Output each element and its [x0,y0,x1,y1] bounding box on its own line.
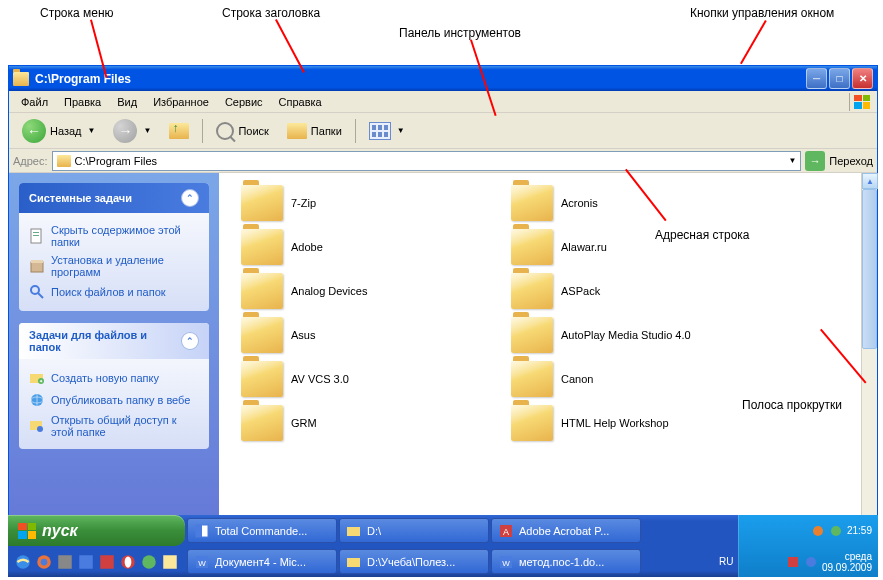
tray-icon[interactable] [811,524,825,538]
back-icon: ← [22,119,46,143]
folder-item[interactable]: 7-Zip [239,183,489,223]
folder-name: Acronis [561,197,598,209]
task-new-folder[interactable]: ✦ Создать новую папку [29,367,199,389]
up-button[interactable] [162,119,196,143]
folders-label: Папки [311,125,342,137]
start-button[interactable]: пуск [8,515,185,546]
task-share[interactable]: Открыть общий доступ к этой папке [29,411,199,441]
go-label[interactable]: Переход [829,155,873,167]
collapse-icon[interactable]: ⌃ [181,189,199,207]
back-button[interactable]: ← Назад ▼ [15,115,102,147]
taskbar-task[interactable]: AAdobe Acrobat P... [491,518,641,543]
go-button[interactable]: → [805,151,825,171]
task-label: Adobe Acrobat P... [519,525,609,537]
svg-point-21 [125,556,132,567]
firefox-icon[interactable] [35,553,53,571]
folder-item[interactable]: Analog Devices [239,271,489,311]
app-icon[interactable] [98,553,116,571]
ie-icon[interactable] [14,553,32,571]
scrollbar[interactable]: ▲ ▼ [861,173,877,553]
panel-title: Задачи для файлов и папок [29,329,181,353]
annotation-menu: Строка меню [40,6,114,20]
maximize-button[interactable]: □ [829,68,850,89]
folder-icon [241,361,283,397]
task-label: Создать новую папку [51,372,159,384]
tray-icon[interactable] [786,555,800,569]
folder-item[interactable]: ASPack [509,271,759,311]
folder-item[interactable]: HTML Help Workshop [509,403,759,443]
svg-point-37 [806,557,816,567]
views-button[interactable]: ▼ [362,118,412,144]
search-button[interactable]: Поиск [209,118,275,144]
address-input[interactable]: C:\Program Files ▼ [52,151,802,171]
task-hide-contents[interactable]: Скрыть содержимое этой папки [29,221,199,251]
day-label: среда [822,551,872,562]
forward-button[interactable]: → ▼ [106,115,158,147]
scroll-up-button[interactable]: ▲ [862,173,878,189]
task-label: D:\Учеба\Полез... [367,556,455,568]
chevron-down-icon[interactable]: ▼ [788,156,796,165]
taskbar-task[interactable]: WДокумент4 - Mic... [187,549,337,574]
task-add-remove[interactable]: Установка и удаление программ [29,251,199,281]
folder-item[interactable]: Asus [239,315,489,355]
taskbar-task[interactable]: Total Commande... [187,518,337,543]
folder-name: Asus [291,329,315,341]
search-icon [29,284,45,300]
menu-help[interactable]: Справка [271,93,330,111]
box-icon [29,258,45,274]
search-icon [216,122,234,140]
task-search[interactable]: Поиск файлов и папок [29,281,199,303]
taskbar-task[interactable]: D:\Учеба\Полез... [339,549,489,574]
menu-file[interactable]: Файл [13,93,56,111]
svg-point-34 [813,526,823,536]
folder-item[interactable]: GRM [239,403,489,443]
folders-button[interactable]: Папки [280,119,349,143]
folder-name: AV VCS 3.0 [291,373,349,385]
svg-rect-2 [33,235,39,236]
folder-view[interactable]: 7-ZipAcronisAdobeAlawar.ruAnalog Devices… [219,173,877,553]
close-button[interactable]: ✕ [852,68,873,89]
menu-favorites[interactable]: Избранное [145,93,217,111]
app-icon[interactable] [161,553,179,571]
svg-text:A: A [503,527,509,537]
titlebar[interactable]: C:\Program Files ─ □ ✕ [9,66,877,91]
svg-rect-23 [163,555,177,569]
folder-icon [241,405,283,441]
app-icon[interactable] [140,553,158,571]
folder-item[interactable]: Acronis [509,183,759,223]
task-label: Открыть общий доступ к этой папке [51,414,199,438]
menu-view[interactable]: Вид [109,93,145,111]
explorer-window: C:\Program Files ─ □ ✕ Файл Правка Вид И… [8,65,878,554]
file-tasks-panel: Задачи для файлов и папок ⌃ ✦ Создать но… [19,323,209,449]
tray-icon[interactable] [829,524,843,538]
scroll-thumb[interactable] [862,189,877,349]
address-label: Адрес: [13,155,48,167]
file-tasks-header[interactable]: Задачи для файлов и папок ⌃ [19,323,209,359]
app-icon[interactable] [56,553,74,571]
windows-flag-icon [849,93,873,111]
opera-icon[interactable] [119,553,137,571]
taskbar-task[interactable]: D:\ [339,518,489,543]
collapse-icon[interactable]: ⌃ [181,332,199,350]
menu-edit[interactable]: Правка [56,93,109,111]
svg-point-16 [41,558,48,565]
task-publish[interactable]: Опубликовать папку в вебе [29,389,199,411]
folder-item[interactable]: AutoPlay Media Studio 4.0 [509,315,759,355]
taskbar-task[interactable]: Wметод.пос-1.do... [491,549,641,574]
language-indicator[interactable]: RU [715,554,737,569]
folder-name: Analog Devices [291,285,367,297]
folder-item[interactable]: Canon [509,359,759,399]
folder-name: ASPack [561,285,600,297]
svg-line-6 [38,293,43,298]
folders-icon [287,123,307,139]
app-icon[interactable] [77,553,95,571]
folder-item[interactable]: Adobe [239,227,489,267]
folder-item[interactable]: AV VCS 3.0 [239,359,489,399]
svg-rect-1 [33,232,39,233]
minimize-button[interactable]: ─ [806,68,827,89]
folder-icon [241,185,283,221]
menu-tools[interactable]: Сервис [217,93,271,111]
system-tasks-header[interactable]: Системные задачи ⌃ [19,183,209,213]
svg-point-5 [31,286,39,294]
tray-icon[interactable] [804,555,818,569]
